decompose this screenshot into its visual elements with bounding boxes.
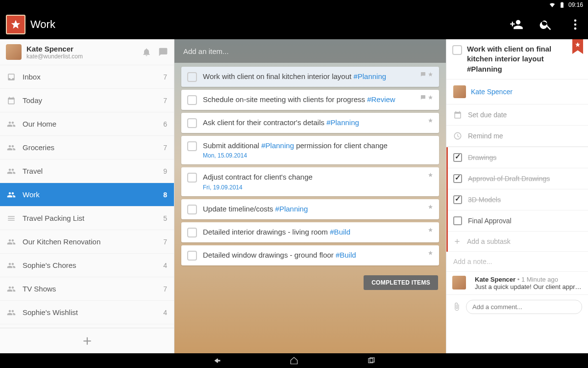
menu-icon <box>7 214 16 223</box>
sidebar-item-sophie-s-wishlist[interactable]: Sophie's Wishlist4 <box>0 301 174 324</box>
task-row[interactable]: Detailed interior drawings - living room… <box>181 222 439 242</box>
sidebar-item-travel[interactable]: Travel9 <box>0 159 174 183</box>
sidebar-item-count: 8 <box>163 191 167 199</box>
inbox-icon <box>7 73 16 81</box>
task-checkbox[interactable] <box>187 228 197 237</box>
profile-row[interactable]: Kate Spencer kate@wunderlist.com <box>0 39 174 65</box>
star-icon <box>428 172 433 178</box>
remind-row[interactable]: Remind me <box>446 126 588 147</box>
plus-icon <box>81 335 94 347</box>
task-checkbox[interactable] <box>187 118 197 128</box>
star-icon <box>428 118 433 123</box>
attachment-icon[interactable] <box>452 302 461 311</box>
sidebar-item-groceries[interactable]: Groceries7 <box>0 136 174 159</box>
add-list-button[interactable] <box>0 328 174 353</box>
subtask-row[interactable]: Final Approval <box>446 210 588 232</box>
comment-icon <box>420 95 426 100</box>
task-row[interactable]: Update timeline/costs #Planning <box>181 199 439 219</box>
comment-text: Just a quick update! Our client approve… <box>475 283 582 290</box>
people-icon <box>7 237 16 246</box>
search-icon[interactable] <box>539 18 553 31</box>
sidebar-item-travel-packing-list[interactable]: Travel Packing List5 <box>0 207 174 230</box>
people-icon <box>7 167 16 176</box>
sidebar-item-count: 9 <box>163 167 167 175</box>
task-row[interactable]: Submit additional #Planning permission f… <box>181 136 439 164</box>
task-checkbox[interactable] <box>187 173 197 183</box>
overflow-menu-icon[interactable] <box>568 18 582 31</box>
add-person-icon[interactable] <box>510 18 523 31</box>
task-checkbox[interactable] <box>187 95 197 105</box>
chat-icon[interactable] <box>158 47 168 57</box>
app-logo[interactable] <box>6 15 25 34</box>
back-icon[interactable] <box>212 356 221 365</box>
sidebar-item-label: Work <box>23 190 40 199</box>
subtask-row[interactable]: Approval of Draft Drawings <box>446 168 588 189</box>
detail-checkbox[interactable] <box>452 45 462 55</box>
bell-icon[interactable] <box>142 47 151 57</box>
sidebar-item-label: Sophie's Chores <box>23 261 76 269</box>
sidebar-item-tv-shows[interactable]: TV Shows7 <box>0 277 174 301</box>
task-row[interactable]: Work with client on final kitchen interi… <box>181 67 439 87</box>
note-input[interactable]: Add a note... <box>446 252 588 272</box>
task-title: Schedule on-site meeting with clients fo… <box>203 95 417 105</box>
sidebar-item-sophie-s-chores[interactable]: Sophie's Chores4 <box>0 254 174 277</box>
task-checkbox[interactable] <box>187 205 197 214</box>
people-icon <box>7 190 16 199</box>
add-subtask-row[interactable]: Add a subtask <box>446 232 588 252</box>
star-icon <box>428 204 433 210</box>
task-checkbox[interactable] <box>187 72 197 82</box>
people-icon <box>7 261 16 270</box>
subtask-checkbox[interactable] <box>453 216 462 225</box>
subtask-label: Drawings <box>468 154 496 161</box>
recents-icon[interactable] <box>367 356 376 365</box>
subtask-label: Approval of Draft Drawings <box>468 175 550 183</box>
sidebar-item-label: Sophie's Wishlist <box>23 308 78 316</box>
comment-author: Kate Spencer <box>475 276 515 283</box>
sidebar-item-work[interactable]: Work8 <box>0 183 174 207</box>
sidebar-item-our-home[interactable]: Our Home6 <box>0 112 174 136</box>
add-item-input[interactable]: Add an item... <box>174 39 446 63</box>
task-date: Mon, 15.09.2014 <box>203 152 433 159</box>
svg-point-2 <box>574 27 577 30</box>
sidebar-item-label: Today <box>23 96 42 105</box>
svg-point-1 <box>574 24 577 26</box>
sidebar-item-label: Inbox <box>23 73 41 81</box>
star-icon <box>428 250 433 256</box>
task-column: Add an item... Work with client on final… <box>174 39 446 353</box>
task-checkbox[interactable] <box>187 251 197 261</box>
completed-items-button[interactable]: COMPLETED ITEMS <box>364 275 438 290</box>
subtask-list: DrawingsApproval of Draft Drawings3D Mod… <box>446 147 588 252</box>
subtask-checkbox[interactable] <box>453 195 462 204</box>
subtask-checkbox[interactable] <box>453 153 462 162</box>
task-row[interactable]: Detailed window drawings - ground floor … <box>181 245 439 265</box>
sidebar-item-count: 7 <box>163 97 167 105</box>
assignee-row[interactable]: Kate Spencer <box>446 79 588 105</box>
home-icon[interactable] <box>290 356 298 365</box>
task-title: Detailed interior drawings - living room… <box>203 227 425 237</box>
main-area: Kate Spencer kate@wunderlist.com Inbox7T… <box>0 39 588 353</box>
subtask-checkbox[interactable] <box>453 174 462 183</box>
task-row[interactable]: Schedule on-site meeting with clients fo… <box>181 90 439 110</box>
due-date-row[interactable]: Set due date <box>446 105 588 126</box>
sidebar-item-label: Our Kitchen Renovation <box>23 237 100 246</box>
sidebar-item-inbox[interactable]: Inbox7 <box>0 65 174 89</box>
sidebar-item-our-kitchen-renovation[interactable]: Our Kitchen Renovation7 <box>0 230 174 254</box>
task-title: Update timeline/costs #Planning <box>203 204 425 214</box>
comment-input[interactable] <box>466 300 582 314</box>
people-icon <box>7 285 16 293</box>
comment-row[interactable]: Kate Spencer • 1 Minute ago Just a quick… <box>446 272 588 295</box>
task-title: Detailed window drawings - ground floor … <box>203 250 425 260</box>
task-title: Submit additional #Planning permission f… <box>203 141 433 159</box>
android-navbar <box>0 353 588 368</box>
star-icon <box>10 19 21 30</box>
task-row[interactable]: Adjust contract for client's changeFri, … <box>181 167 439 196</box>
sidebar-item-today[interactable]: Today7 <box>0 89 174 112</box>
subtask-row[interactable]: Drawings <box>446 147 588 168</box>
task-title: Ask client for their contractor's detail… <box>203 118 425 128</box>
profile-name: Kate Spencer <box>26 45 83 53</box>
sidebar-item-count: 6 <box>163 120 167 128</box>
calendar-icon <box>7 96 16 105</box>
task-checkbox[interactable] <box>187 141 197 151</box>
subtask-row[interactable]: 3D Models <box>446 189 588 210</box>
task-row[interactable]: Ask client for their contractor's detail… <box>181 113 439 133</box>
